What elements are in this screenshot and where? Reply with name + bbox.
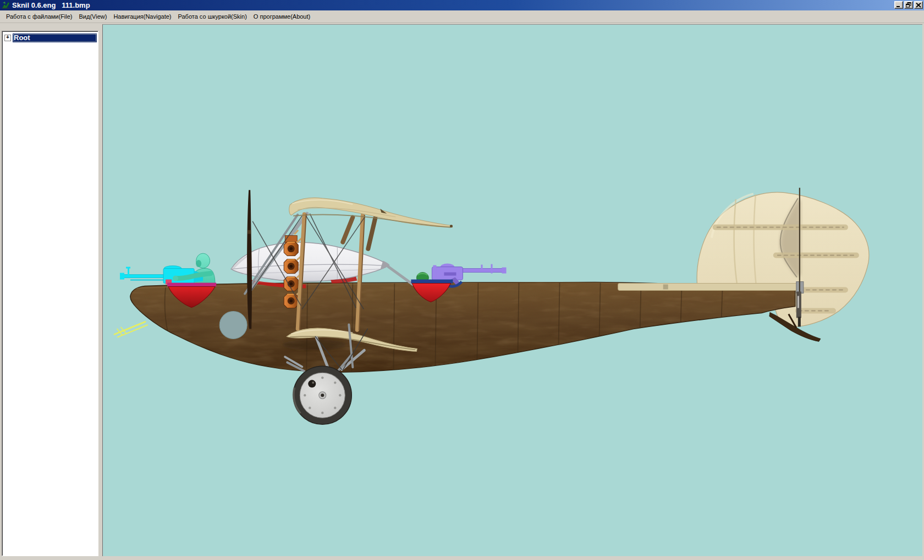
restore-icon (906, 2, 911, 8)
main-wheel (293, 366, 351, 424)
window-title: Sknil 0.6.eng 111.bmp (12, 0, 90, 10)
minimize-button[interactable] (894, 1, 903, 9)
tree-panel[interactable]: + Root (2, 31, 98, 556)
app-icon (2, 1, 10, 9)
front-cockpit-rim (167, 283, 216, 287)
minimize-icon (896, 2, 901, 8)
menu-item-navigate[interactable]: Навигация(Navigate) (111, 12, 174, 21)
pitot-tube (114, 321, 147, 337)
menu-item-about[interactable]: О программе(About) (251, 12, 313, 21)
upper-wing (289, 198, 453, 228)
far-interplane-struts (343, 218, 375, 249)
window-titlebar: Sknil 0.6.eng 111.bmp (0, 0, 924, 10)
window-controls (894, 1, 923, 9)
model-viewport[interactable] (102, 24, 922, 556)
propeller-hub-detail (248, 230, 251, 234)
propeller-blade (247, 190, 252, 329)
rear-cockpit-rim (411, 280, 453, 284)
tree-item-root[interactable]: + Root (4, 33, 98, 42)
fuselage-roundel (219, 311, 247, 339)
wheel-valve (308, 380, 316, 387)
left-column: + Root (0, 23, 102, 560)
close-icon (916, 3, 921, 8)
menubar: Работа с файлами(File) Вид(View) Навигац… (0, 10, 924, 23)
restore-button[interactable] (904, 1, 913, 9)
menu-item-skin[interactable]: Работа со шкуркой(Skin) (175, 12, 250, 21)
lower-wing-shadow (282, 339, 346, 350)
tree-root-label[interactable]: Root (13, 34, 97, 42)
tree-expander-icon[interactable]: + (4, 35, 11, 41)
gunner-hand (173, 276, 178, 281)
menu-item-file[interactable]: Работа с файлами(File) (3, 12, 75, 21)
close-button[interactable] (914, 1, 923, 9)
aircraft-scene (103, 25, 922, 556)
menu-item-view[interactable]: Вид(View) (76, 12, 110, 21)
